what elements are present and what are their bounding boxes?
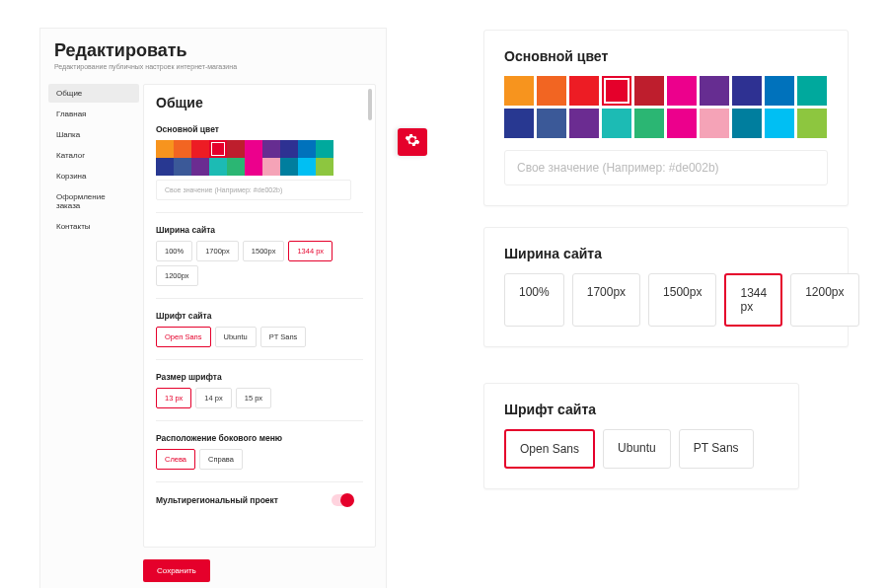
option-button[interactable]: 100% [156,241,192,261]
color-swatch[interactable] [602,109,631,138]
option-button[interactable]: 1344 px [288,241,333,261]
color-custom-input[interactable]: Свое значение (Например: #de002b) [156,180,351,200]
color-label: Основной цвет [156,124,363,134]
color-swatch[interactable] [298,140,316,158]
divider [156,298,363,299]
color-swatch[interactable] [732,76,762,106]
fontsize-label: Размер шрифта [156,372,363,382]
color-swatch[interactable] [227,140,245,158]
section-title: Общие [156,95,363,110]
sidebar-tab-2[interactable]: Шапка [48,125,139,144]
sidebar-tab-4[interactable]: Корзина [48,167,139,185]
color-swatch[interactable] [156,158,174,176]
color-swatch[interactable] [634,109,664,138]
page-title: Редактировать [54,40,372,61]
option-button[interactable]: 1200px [156,265,198,286]
color-swatch[interactable] [569,76,599,106]
color-custom-input-large[interactable]: Свое значение (Например: #de002b) [504,150,828,185]
zoom-primary-color: Основной цвет Свое значение (Например: #… [483,30,849,206]
color-swatch[interactable] [504,109,534,138]
color-swatch[interactable] [174,158,191,176]
color-swatch[interactable] [765,76,794,106]
scrollbar-thumb[interactable] [368,89,372,120]
option-button[interactable]: Ubuntu [603,429,671,469]
option-button[interactable]: 1200px [790,273,858,327]
option-button[interactable]: 1344 px [724,273,782,327]
site-font-title: Шрифт сайта [504,402,778,417]
settings-pullout-tab[interactable] [398,128,427,156]
color-swatch[interactable] [537,76,566,106]
option-button[interactable]: 15 px [236,388,271,408]
color-swatch-grid [156,140,333,176]
fontsize-options: 13 px14 px15 px [156,388,363,408]
editor-panel: Редактировать Редактирование публичных н… [39,28,387,588]
sidebar-tab-5[interactable]: Оформление заказа [48,187,139,215]
width-options: 100%1700px1500px1344 px1200px [156,241,363,286]
color-swatch[interactable] [262,158,280,176]
color-swatch[interactable] [700,109,729,138]
sidepos-label: Расположение бокового меню [156,433,363,443]
option-button[interactable]: 1500px [648,273,716,327]
option-button[interactable]: 1700px [196,241,239,261]
option-button[interactable]: 1700px [572,273,640,327]
color-swatch[interactable] [667,109,697,138]
option-button[interactable]: Справа [199,449,243,470]
color-swatch[interactable] [634,76,664,106]
color-swatch[interactable] [245,140,262,158]
color-swatch[interactable] [156,140,174,158]
color-swatch[interactable] [732,109,762,138]
color-swatch-grid-large [504,76,830,138]
option-button[interactable]: 14 px [195,388,231,408]
multiregion-label: Мультирегиональный проект [156,495,278,505]
settings-main: Общие Основной цвет Свое значение (Напри… [143,84,376,548]
color-swatch[interactable] [602,76,631,106]
color-swatch[interactable] [797,76,827,106]
color-swatch[interactable] [245,158,262,176]
color-swatch[interactable] [537,109,566,138]
color-swatch[interactable] [765,109,794,138]
option-button[interactable]: 1500px [243,241,285,261]
option-button[interactable]: 100% [504,273,564,327]
color-swatch[interactable] [191,140,209,158]
option-button[interactable]: Ubuntu [215,327,257,347]
site-width-title: Ширина сайта [504,246,828,261]
page-subtitle: Редактирование публичных настроек интерн… [54,63,372,70]
primary-color-title: Основной цвет [504,48,828,64]
color-swatch[interactable] [174,140,191,158]
color-swatch[interactable] [316,158,333,176]
sidebar-tab-0[interactable]: Общие [48,84,139,103]
sidepos-options: СлеваСправа [156,449,363,470]
editor-header: Редактировать Редактирование публичных н… [40,40,386,78]
color-swatch[interactable] [280,140,298,158]
sidebar-tab-1[interactable]: Главная [48,105,139,123]
option-button[interactable]: Слева [156,449,195,470]
font-options-large: Open SansUbuntuPT Sans [504,429,778,469]
color-swatch[interactable] [280,158,298,176]
color-swatch[interactable] [209,140,227,158]
color-swatch[interactable] [797,109,827,138]
color-swatch[interactable] [298,158,316,176]
color-swatch[interactable] [569,109,599,138]
color-swatch[interactable] [191,158,209,176]
font-options: Open SansUbuntuPT Sans [156,327,363,347]
multiregion-toggle[interactable] [332,494,353,506]
sidebar-tab-3[interactable]: Каталог [48,146,139,165]
divider [156,212,363,213]
color-swatch[interactable] [667,76,697,106]
color-swatch[interactable] [262,140,280,158]
option-button[interactable]: PT Sans [679,429,754,469]
option-button[interactable]: Open Sans [504,429,595,469]
option-button[interactable]: 13 px [156,388,191,408]
save-button[interactable]: Сохранить [143,559,210,582]
width-options-large: 100%1700px1500px1344 px1200px [504,273,828,327]
sidebar-tab-6[interactable]: Контакты [48,217,139,236]
color-swatch[interactable] [227,158,245,176]
zoom-site-font: Шрифт сайта Open SansUbuntuPT Sans [483,383,799,489]
color-swatch[interactable] [504,76,534,106]
option-button[interactable]: PT Sans [260,327,307,347]
color-swatch[interactable] [700,76,729,106]
font-label: Шрифт сайта [156,311,363,321]
color-swatch[interactable] [209,158,227,176]
color-swatch[interactable] [316,140,333,158]
option-button[interactable]: Open Sans [156,327,211,347]
